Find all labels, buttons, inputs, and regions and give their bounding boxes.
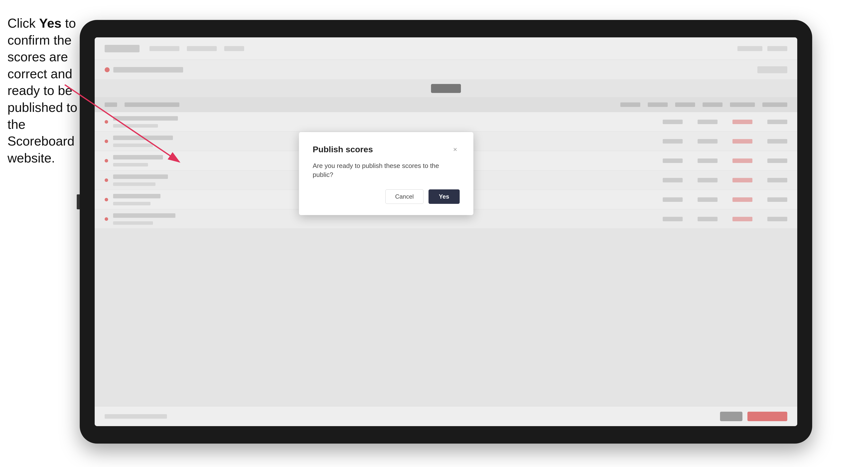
tablet-screen: Publish scores × Are you ready to publis… — [95, 37, 797, 426]
dialog-title: Publish scores — [313, 145, 373, 154]
dialog-close-button[interactable]: × — [451, 145, 460, 154]
dialog-overlay — [95, 37, 797, 426]
publish-scores-dialog: Publish scores × Are you ready to publis… — [299, 132, 473, 215]
instruction-bold: Yes — [39, 16, 62, 30]
dialog-body-text: Are you ready to publish these scores to… — [313, 161, 460, 180]
tablet-side-button — [77, 194, 80, 209]
instruction-text: Click Yes to confirm the scores are corr… — [7, 15, 80, 166]
dialog-actions: Cancel Yes — [313, 189, 460, 204]
tablet-device: Publish scores × Are you ready to publis… — [80, 20, 812, 443]
cancel-button[interactable]: Cancel — [385, 189, 424, 204]
yes-button[interactable]: Yes — [429, 189, 460, 204]
dialog-header: Publish scores × — [313, 145, 460, 154]
